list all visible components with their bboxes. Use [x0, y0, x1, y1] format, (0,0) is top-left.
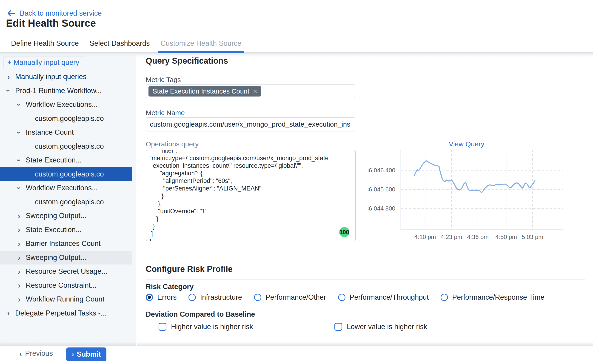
x-axis-tick-label: 4:50 pm	[495, 234, 517, 240]
back-arrow-icon	[7, 10, 15, 17]
tree-item-state-execution[interactable]: ›State Execution...	[0, 153, 132, 167]
tab-select-dashboards[interactable]: Select Dashboards	[90, 34, 150, 53]
tree-item-resource-secret-usage[interactable]: ›Resource Secret Usage...	[0, 265, 132, 279]
tree-item-delegate-perpetual-tasks[interactable]: ›Delegate Perpetual Tasks -...	[0, 306, 132, 320]
risk-category-option-performance-throughput[interactable]: Performance/Throughput	[338, 293, 429, 301]
previous-label: Previous	[25, 349, 53, 358]
tree-item-prod-1-runtime-workflow[interactable]: ›Prod-1 Runtime Workflow...	[0, 84, 132, 98]
tree-item-sweeping-output[interactable]: ›Sweeping Output...	[0, 251, 132, 265]
tree-item-custom-googleapis-co[interactable]: custom.googleapis.co	[0, 167, 132, 181]
radio-label: Infrastructure	[200, 293, 242, 301]
metric-tags-input[interactable]: State Execution Instances Count ×	[146, 84, 355, 98]
tree-item-instance-count[interactable]: ›Instance Count	[0, 125, 132, 139]
section-divider	[146, 70, 585, 70]
chevron-right-icon[interactable]: ›	[5, 73, 12, 81]
tree-item-label: custom.googleapis.co	[35, 170, 104, 178]
metric-tags-label: Metric Tags	[146, 76, 181, 84]
section-divider	[146, 279, 585, 280]
chevron-right-icon[interactable]: ›	[16, 281, 23, 289]
radio-selected-icon[interactable]	[146, 294, 153, 301]
chevron-right-icon[interactable]: ›	[16, 212, 23, 220]
tree-item-label: Workflow Executions...	[26, 100, 98, 109]
tree-item-workflow-executions[interactable]: ›Workflow Executions...	[0, 181, 132, 195]
query-score-badge: 100	[339, 227, 349, 237]
operations-query-editor[interactable]: "filter": "metric.type=\"custom.googleap…	[146, 150, 356, 241]
radio-unselected-icon[interactable]	[338, 294, 345, 301]
tree-item-workflow-running-count[interactable]: ›Workflow Running Count	[0, 292, 132, 306]
tree-item-label: custom.googleapis.co	[35, 198, 104, 206]
risk-category-option-performance-response-time[interactable]: Performance/Response Time	[441, 293, 544, 301]
chevron-down-icon[interactable]: ›	[15, 184, 23, 191]
tree-item-label: Workflow Executions...	[26, 184, 98, 192]
y-axis-tick-label: 36 045 600	[368, 186, 395, 193]
tree-item-barrier-instances-count[interactable]: ›Barrier Instances Count	[0, 237, 132, 251]
tree-item-label: custom.googleapis.co	[35, 114, 104, 123]
tree-item-custom-googleapis-co[interactable]: custom.googleapis.co	[0, 139, 132, 154]
risk-category-label: Risk Category	[146, 283, 194, 291]
metric-tag-chip-label: State Execution Instances Count	[153, 88, 249, 95]
radio-label: Performance/Throughput	[350, 293, 429, 301]
tree-item-custom-googleapis-co[interactable]: custom.googleapis.co	[0, 112, 132, 126]
metric-name-input[interactable]	[146, 120, 355, 128]
deviation-option-lower-value-is-higher-risk[interactable]: Lower value is higher risk	[334, 323, 427, 331]
risk-category-option-performance-other[interactable]: Performance/Other	[254, 293, 326, 301]
chevron-right-icon[interactable]: ›	[16, 296, 23, 303]
risk-category-option-infrastructure[interactable]: Infrastructure	[189, 293, 242, 301]
tree-item-label: Manually input queries	[15, 73, 86, 81]
checkbox-icon[interactable]	[159, 323, 166, 331]
radio-unselected-icon[interactable]	[441, 294, 448, 301]
active-tab-underline	[158, 51, 245, 53]
tree-item-resource-constraint[interactable]: ›Resource Constraint...	[0, 279, 132, 292]
metric-name-input-box	[146, 117, 355, 131]
page-title: Edit Health Source	[6, 18, 96, 29]
metric-line-series	[414, 161, 535, 193]
edit-health-source-page: Back to monitored service Edit Health So…	[0, 0, 593, 364]
tab-label: Select Dashboards	[90, 39, 150, 48]
deviation-label: Deviation Compared to Baseline	[146, 310, 255, 318]
tab-define-health-source[interactable]: Define Health Source	[11, 34, 79, 53]
chevron-right-icon[interactable]: ›	[16, 226, 23, 234]
tree-item-label: Barrier Instances Count	[26, 240, 101, 248]
remove-tag-icon[interactable]: ×	[253, 88, 257, 95]
tree-item-manually-input-queries[interactable]: ›Manually input queries	[0, 70, 132, 84]
x-axis-tick-label: 4:10 pm	[414, 234, 436, 240]
tree-item-label: State Execution...	[26, 156, 82, 164]
risk-category-radio-group: ErrorsInfrastructurePerformance/OtherPer…	[146, 293, 545, 301]
chevron-down-icon[interactable]: ›	[15, 101, 23, 108]
tree-item-label: custom.googleapis.co	[35, 142, 104, 150]
tab-label: Define Health Source	[11, 39, 79, 48]
chevron-down-icon[interactable]: ›	[5, 87, 13, 94]
submit-button[interactable]: › Submit	[66, 347, 106, 361]
tree-item-label: Sweeping Output...	[26, 212, 86, 220]
tree-item-custom-googleapis-co[interactable]: custom.googleapis.co	[0, 195, 132, 209]
x-axis-tick-label: 4:36 pm	[467, 234, 489, 240]
radio-unselected-icon[interactable]	[189, 294, 196, 301]
tab-customize-health-source[interactable]: Customize Health Source	[161, 34, 241, 53]
timeseries-line-chart: 36 046 40036 045 60036 044 8004:10 pm4:2…	[368, 146, 570, 243]
tree-item-state-execution[interactable]: ›State Execution...	[0, 223, 132, 237]
chevron-right-icon[interactable]: ›	[16, 240, 23, 247]
y-axis-tick-label: 36 046 400	[368, 167, 395, 174]
radio-unselected-icon[interactable]	[254, 294, 261, 301]
tab-label: Customize Health Source	[161, 39, 241, 48]
chevron-right-icon[interactable]: ›	[16, 268, 23, 275]
checkbox-label: Higher value is higher risk	[171, 323, 253, 331]
radio-label: Performance/Response Time	[452, 293, 544, 301]
checkbox-icon[interactable]	[334, 323, 342, 331]
operations-query-text: "filter": "metric.type=\"custom.googleap…	[146, 150, 355, 241]
tree-item-sweeping-output[interactable]: ›Sweeping Output...	[0, 209, 132, 223]
tree-item-workflow-executions[interactable]: ›Workflow Executions...	[0, 98, 132, 112]
chevron-down-icon[interactable]: ›	[15, 157, 23, 164]
manually-input-query-button[interactable]: + Manually input query	[3, 56, 85, 69]
tree-item-label: Resource Secret Usage...	[26, 267, 107, 275]
previous-button[interactable]: ‹ Previous	[19, 349, 53, 358]
risk-category-option-errors[interactable]: Errors	[146, 293, 176, 301]
chevron-down-icon[interactable]: ›	[15, 129, 23, 136]
checkbox-label: Lower value is higher risk	[347, 323, 427, 331]
chevron-right-icon[interactable]: ›	[16, 254, 23, 261]
chevron-right-icon[interactable]: ›	[5, 309, 12, 317]
query-specifications-heading: Query Specifications	[146, 56, 228, 66]
back-to-monitored-service-link[interactable]: Back to monitored service	[7, 9, 102, 18]
page-header: Back to monitored service Edit Health So…	[0, 0, 593, 34]
deviation-option-higher-value-is-higher-risk[interactable]: Higher value is higher risk	[159, 323, 253, 331]
